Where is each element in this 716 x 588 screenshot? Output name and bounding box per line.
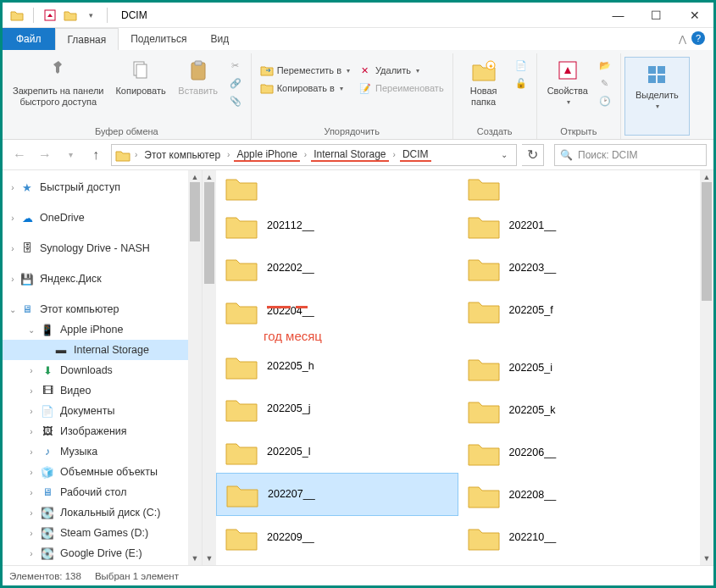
copy-button[interactable]: Копировать xyxy=(110,53,170,100)
new-folder-button[interactable]: ✦ Новая папка xyxy=(458,53,509,111)
pin-quickaccess-button[interactable]: Закрепить на панели быстрого доступа xyxy=(8,53,108,111)
folder-item[interactable]: 202205_l xyxy=(216,430,458,473)
folder-item[interactable]: 202209__ xyxy=(216,516,458,558)
paste-button[interactable]: Вставить xyxy=(173,53,224,100)
folder-item[interactable]: 202205_f xyxy=(458,289,701,331)
scroll-down-icon[interactable]: ▼ xyxy=(700,552,713,565)
clipboard-group: Закрепить на панели быстрого доступа Коп… xyxy=(3,53,252,139)
history-icon: 🕑 xyxy=(598,94,612,108)
sidebar-item-disk-e[interactable]: ›💽Google Drive (E:) xyxy=(3,543,202,563)
scrollbar-thumb[interactable] xyxy=(204,182,214,284)
column-2: 202201__ 202203__ 202205_f 202205_i 2022… xyxy=(458,177,701,558)
move-to-button[interactable]: Переместить в▾ xyxy=(257,62,353,79)
folder-item-selected[interactable]: 202207__ xyxy=(216,473,458,516)
folder-small-icon[interactable] xyxy=(63,8,78,23)
copy-path-button[interactable]: 🔗 xyxy=(225,75,246,92)
share-tab[interactable]: Поделиться xyxy=(119,28,198,50)
bc-internal[interactable]: Internal Storage xyxy=(311,148,388,162)
chevron-icon[interactable]: › xyxy=(225,150,232,159)
sidebar-item-pictures[interactable]: ›🖼Изображения xyxy=(3,421,202,441)
sidebar-item-downloads[interactable]: ›⬇Downloads xyxy=(3,360,202,380)
select-all-button[interactable]: Выделить ▾ xyxy=(630,58,684,114)
sidebar-item-music[interactable]: ›♪Музыка xyxy=(3,441,202,462)
forward-button[interactable]: → xyxy=(35,145,55,165)
copy-to-button[interactable]: Копировать в▾ xyxy=(257,80,353,97)
folder-item[interactable]: 202205_j xyxy=(216,387,458,430)
breadcrumb-dropdown[interactable]: ⌄ xyxy=(496,150,513,159)
folder-item[interactable]: 202206__ xyxy=(458,431,701,474)
folder-item[interactable] xyxy=(216,177,458,204)
sidebar-item-synology[interactable]: ›🗄Synology Drive - NASH xyxy=(3,238,202,258)
maximize-button[interactable]: ☐ xyxy=(637,3,675,28)
refresh-button[interactable]: ↻ xyxy=(522,144,544,166)
chevron-icon[interactable]: › xyxy=(391,150,398,159)
sidebar-scrollbar[interactable]: ▲ ▼ xyxy=(188,170,202,565)
new-item-button[interactable]: 📄 xyxy=(511,57,531,74)
collapse-ribbon-button[interactable]: ⋀ xyxy=(679,34,686,45)
folder-item[interactable]: 202210__ xyxy=(458,516,701,558)
folder-item[interactable]: 202112__ xyxy=(216,204,458,247)
chevron-icon[interactable]: › xyxy=(302,150,309,159)
scroll-down-icon[interactable]: ▼ xyxy=(203,552,216,565)
easy-access-button[interactable]: 🔓 xyxy=(511,75,531,92)
rename-button[interactable]: 📝Переименовать xyxy=(355,80,447,97)
scrollbar-thumb[interactable] xyxy=(702,182,712,301)
close-button[interactable]: ✕ xyxy=(675,3,713,28)
sidebar-item-internal[interactable]: ▬Internal Storage xyxy=(3,340,202,360)
sidebar-item-video[interactable]: ›🎞Видео xyxy=(3,380,202,401)
edit-button[interactable]: ✎ xyxy=(595,75,615,92)
folder-item[interactable]: 202202__ xyxy=(216,247,458,289)
folder-icon xyxy=(467,438,501,467)
file-tab[interactable]: Файл xyxy=(3,28,55,50)
cut-button[interactable]: ✂ xyxy=(225,57,246,74)
home-tab[interactable]: Главная xyxy=(55,28,119,50)
delete-button[interactable]: ✕Удалить▾ xyxy=(355,62,447,79)
sidebar-item-documents[interactable]: ›📄Документы xyxy=(3,401,202,421)
sidebar-item-desktop[interactable]: ›🖥Рабочий стол xyxy=(3,482,202,502)
sidebar-item-thispc[interactable]: ⌄🖥Этот компьютер xyxy=(3,299,202,319)
right-scrollbar[interactable]: ▲ ▼ xyxy=(700,170,713,565)
sidebar-item-yandex[interactable]: ›💾Яндекс.Диск xyxy=(3,269,202,289)
view-tab[interactable]: Вид xyxy=(198,28,241,50)
breadcrumb[interactable]: › Этот компьютер › Apple iPhone › Intern… xyxy=(111,144,517,166)
bc-dcim[interactable]: DCIM xyxy=(400,148,431,162)
navigation-pane[interactable]: ›★Быстрый доступ ›☁OneDrive ›🗄Synology D… xyxy=(3,170,203,565)
properties-icon[interactable] xyxy=(42,8,58,23)
paste-shortcut-button[interactable]: 📎 xyxy=(225,92,246,109)
history-button[interactable]: 🕑 xyxy=(595,92,615,109)
qat-dropdown[interactable]: ▾ xyxy=(83,8,98,23)
sidebar-item-quickaccess[interactable]: ›★Быстрый доступ xyxy=(3,177,202,197)
recent-dropdown[interactable]: ▾ xyxy=(60,145,80,165)
sidebar-item-onedrive[interactable]: ›☁OneDrive xyxy=(3,208,202,228)
sidebar-item-iphone[interactable]: ⌄📱Apple iPhone xyxy=(3,319,202,340)
music-icon: ♪ xyxy=(40,444,55,459)
open-button[interactable]: 📂 xyxy=(595,57,615,74)
folder-item[interactable]: 202205_k xyxy=(458,389,701,431)
search-input[interactable]: 🔍 Поиск: DCIM xyxy=(554,144,707,166)
bc-iphone[interactable]: Apple iPhone xyxy=(234,148,299,162)
folder-item[interactable] xyxy=(458,177,701,204)
sidebar-item-3dobjects[interactable]: ›🧊Объемные объекты xyxy=(3,462,202,482)
folder-list[interactable]: 202112__ 202202__ 202204__ год месяц 202… xyxy=(216,170,700,565)
folder-item[interactable]: 202201__ xyxy=(458,204,701,247)
scrollbar-thumb[interactable] xyxy=(190,182,200,241)
sidebar-item-disk-d[interactable]: ›💽Steam Games (D:) xyxy=(3,523,202,543)
sidebar-item-disk-c[interactable]: ›💽Локальный диск (C:) xyxy=(3,502,202,523)
folder-icon xyxy=(467,480,501,509)
chevron-icon[interactable]: › xyxy=(132,150,140,159)
folder-item[interactable]: 202208__ xyxy=(458,474,701,516)
folder-item[interactable]: 202204__ xyxy=(216,289,458,331)
sidebar-item-disk-g[interactable]: ›💽Локальный диск (G:) xyxy=(3,563,202,565)
scroll-down-icon[interactable]: ▼ xyxy=(188,552,202,565)
folder-item[interactable]: 202205_i xyxy=(458,347,701,389)
help-button[interactable]: ? xyxy=(691,31,705,45)
up-button[interactable]: ↑ xyxy=(86,145,106,165)
folder-icon xyxy=(225,480,259,508)
left-scrollbar[interactable]: ▲ ▼ xyxy=(203,170,216,565)
folder-item[interactable]: 202203__ xyxy=(458,247,701,289)
properties-button[interactable]: Свойства ▾ xyxy=(542,53,593,110)
back-button[interactable]: ← xyxy=(9,145,30,165)
folder-item[interactable]: 202205_h xyxy=(216,345,458,387)
bc-thispc[interactable]: Этот компьютер xyxy=(142,149,223,161)
minimize-button[interactable]: — xyxy=(599,3,637,28)
